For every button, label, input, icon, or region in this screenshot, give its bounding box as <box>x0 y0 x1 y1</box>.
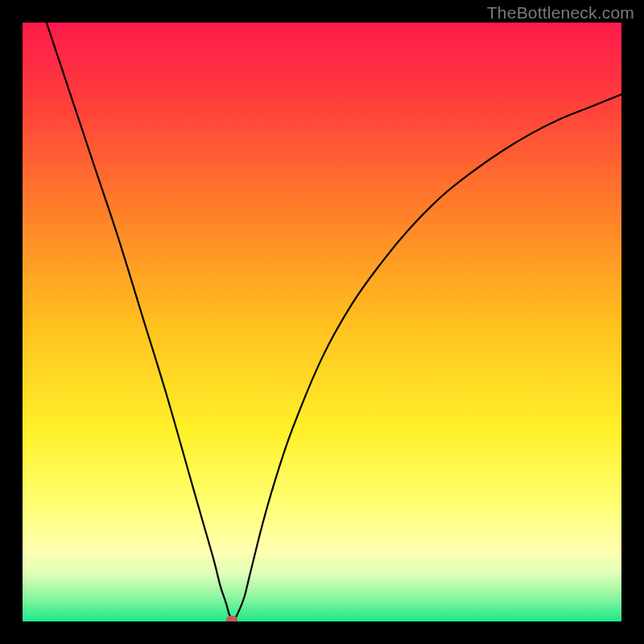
minimum-marker <box>226 616 237 621</box>
plot-area <box>23 23 621 621</box>
bottleneck-curve <box>23 23 621 621</box>
chart-frame: TheBottleneck.com <box>0 0 644 644</box>
watermark-text: TheBottleneck.com <box>487 3 634 23</box>
